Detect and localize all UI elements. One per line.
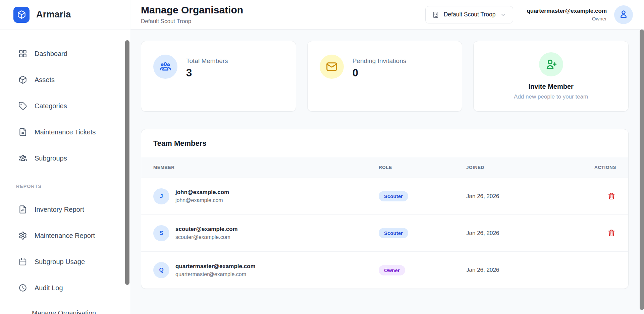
- sidebar-report-items: Inventory Report Maintenance Report Subg…: [0, 200, 130, 297]
- member-email: john@example.com: [175, 197, 229, 203]
- invite-member-card[interactable]: Invite Member Add new people to your tea…: [473, 41, 629, 112]
- joined-cell: Jan 26, 2026: [466, 267, 571, 273]
- column-header-actions: ACTIONS: [571, 165, 616, 170]
- sidebar-nav: Dashboard Assets Categories Maintenance …: [0, 29, 130, 297]
- org-selector-button[interactable]: Default Scout Troop: [425, 6, 514, 23]
- role-cell: Scouter: [379, 191, 466, 201]
- trash-icon: [607, 229, 615, 237]
- stat-text: Pending Invitations 0: [353, 57, 407, 79]
- header-right: Default Scout Troop quartermaster@exampl…: [425, 5, 633, 24]
- team-members-title: Team Members: [153, 139, 616, 148]
- page-header: Manage Organisation Default Scout Troop …: [130, 0, 644, 29]
- file-chart-icon: [18, 205, 27, 214]
- main-content: Total Members 3 Pending Invitations 0 In…: [130, 29, 644, 314]
- calendar-icon: [18, 257, 27, 266]
- sidebar-item-label: Subgroup Usage: [35, 258, 85, 266]
- team-members-header: Team Members: [141, 129, 628, 157]
- trash-icon: [607, 192, 615, 200]
- sidebar-main-items: Dashboard Assets Categories Maintenance …: [0, 44, 130, 168]
- member-row-john-example-com: J john@example.com john@example.com Scou…: [141, 178, 628, 215]
- file-lines-icon: [18, 128, 27, 136]
- role-cell: Scouter: [379, 228, 466, 238]
- table-body: J john@example.com john@example.com Scou…: [141, 178, 628, 289]
- mail-icon: [320, 55, 344, 79]
- avatar[interactable]: [614, 5, 633, 24]
- joined-cell: Jan 26, 2026: [466, 230, 571, 237]
- box-icon: [18, 75, 27, 84]
- sidebar-scrollbar[interactable]: [125, 40, 129, 285]
- sidebar-item-label: Assets: [35, 76, 55, 84]
- sidebar-item-maintenance-tickets[interactable]: Maintenance Tickets: [0, 123, 130, 141]
- column-header-role: ROLE: [379, 165, 466, 170]
- role-badge: Scouter: [379, 228, 408, 238]
- member-cell: Q quartermaster@example.com quartermaste…: [153, 262, 379, 278]
- stats-row: Total Members 3 Pending Invitations 0 In…: [141, 41, 629, 112]
- user-email: quartermaster@example.com: [527, 8, 607, 14]
- member-avatar: S: [153, 225, 169, 241]
- gear-icon: [18, 231, 27, 240]
- sidebar-item-categories[interactable]: Categories: [0, 97, 130, 115]
- member-cell: S scouter@example.com scouter@example.co…: [153, 225, 379, 241]
- delete-member-button[interactable]: [607, 191, 616, 201]
- sidebar-item-label: Maintenance Report: [35, 232, 95, 240]
- member-name: john@example.com: [175, 189, 229, 196]
- page-heading: Manage Organisation Default Scout Troop: [141, 4, 243, 25]
- sidebar-section-reports: REPORTS: [0, 184, 130, 189]
- page-subtitle: Default Scout Troop: [141, 18, 243, 25]
- member-name: scouter@example.com: [175, 226, 238, 233]
- page-title: Manage Organisation: [141, 4, 243, 16]
- sidebar-item-maintenance-report[interactable]: Maintenance Report: [0, 226, 130, 245]
- app-screen: Armaria Dashboard Assets Categories Main…: [0, 0, 644, 314]
- tag-icon: [18, 102, 27, 110]
- brand: Armaria: [0, 0, 130, 29]
- stat-label: Total Members: [186, 57, 228, 65]
- actions-cell: [571, 191, 616, 201]
- box-icon: [13, 7, 30, 23]
- role-badge: Owner: [379, 265, 405, 275]
- sidebar-item-label: Subgroups: [35, 154, 67, 162]
- stat-card-pending-invitations: Pending Invitations 0: [307, 41, 463, 112]
- invite-member-title: Invite Member: [528, 83, 573, 90]
- stat-label: Pending Invitations: [353, 57, 407, 65]
- member-row-scouter-example-com: S scouter@example.com scouter@example.co…: [141, 215, 628, 252]
- users-icon: [153, 55, 177, 79]
- member-avatar: Q: [153, 262, 169, 278]
- sidebar-item-audit-log[interactable]: Audit Log: [0, 278, 130, 297]
- users-icon: [18, 154, 27, 163]
- member-avatar: J: [153, 188, 169, 204]
- team-members-panel: Team Members MEMBER ROLE JOINED ACTIONS …: [141, 129, 629, 289]
- sidebar-item-dashboard[interactable]: Dashboard: [0, 44, 130, 63]
- member-cell: J john@example.com john@example.com: [153, 188, 379, 204]
- sidebar-item-label: Categories: [35, 102, 67, 110]
- building-icon: [432, 11, 439, 18]
- grid-icon: [18, 49, 27, 58]
- user-plus-icon: [539, 52, 563, 76]
- sidebar-item-clipped[interactable]: Manage Organisation: [32, 309, 96, 314]
- member-email: scouter@example.com: [175, 234, 238, 240]
- member-email: quartermaster@example.com: [175, 271, 256, 277]
- sidebar-item-subgroups[interactable]: Subgroups: [0, 149, 130, 168]
- table-header-row: MEMBER ROLE JOINED ACTIONS: [141, 157, 628, 178]
- actions-cell: [571, 265, 616, 275]
- member-row-quartermaster-example-com: Q quartermaster@example.com quartermaste…: [141, 252, 628, 289]
- joined-cell: Jan 26, 2026: [466, 193, 571, 200]
- clock-icon: [18, 284, 27, 292]
- sidebar-item-assets[interactable]: Assets: [0, 70, 130, 89]
- sidebar-item-subgroup-usage[interactable]: Subgroup Usage: [0, 252, 130, 271]
- sidebar-item-label: Inventory Report: [35, 206, 84, 213]
- invite-member-subtitle: Add new people to your team: [514, 93, 588, 100]
- org-selector-label: Default Scout Troop: [444, 11, 496, 18]
- sidebar-item-inventory-report[interactable]: Inventory Report: [0, 200, 130, 219]
- sidebar-item-label: Dashboard: [35, 50, 67, 58]
- stat-value: 0: [353, 67, 407, 79]
- user-role: Owner: [592, 16, 607, 21]
- sidebar-item-label: Audit Log: [35, 284, 63, 292]
- brand-name: Armaria: [36, 9, 71, 20]
- actions-cell: [571, 228, 616, 238]
- header-user-info: quartermaster@example.com Owner: [527, 8, 607, 21]
- role-badge: Scouter: [379, 191, 408, 201]
- member-identity: john@example.com john@example.com: [175, 189, 229, 203]
- member-identity: scouter@example.com scouter@example.com: [175, 226, 238, 240]
- delete-member-button[interactable]: [607, 228, 616, 238]
- main-scrollbar[interactable]: [640, 29, 644, 310]
